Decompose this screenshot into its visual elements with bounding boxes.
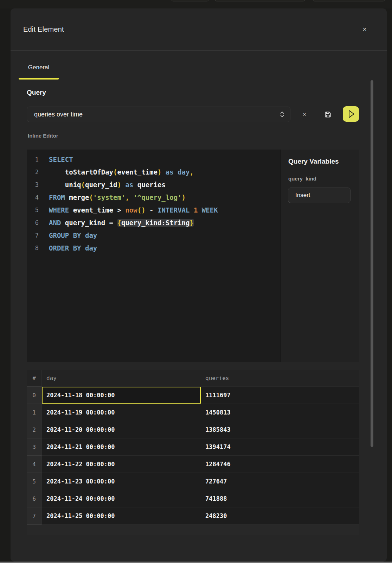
insert-button-label: Insert [295,192,310,199]
day-cell[interactable]: 2024-11-24 00:00:00 [42,490,201,507]
results-table: # day queries 02024-11-18 00:00:00111169… [27,370,359,535]
code-token [113,219,117,227]
code-token [113,206,117,214]
sql-code-editor[interactable]: 1SELECT2 toStartOfDay(event_time) as day… [27,150,280,362]
code-line: 2 toStartOfDay(event_time) as day, [27,166,280,178]
code-token: uniq [65,181,81,189]
column-header-index: # [27,370,42,387]
save-query-button[interactable] [323,110,333,119]
query-variables-heading: Query Variables [288,158,339,165]
code-line-content: ORDER BY day [49,242,97,254]
queries-cell[interactable]: 1394174 [201,438,359,456]
code-line-content: uniq(query_id) as queries [49,178,166,191]
code-token: SELECT [49,156,73,163]
play-icon [343,106,359,122]
code-token: queries [137,181,166,189]
insert-variable-button[interactable]: Insert [288,188,351,203]
code-line: 1SELECT [27,153,280,166]
inline-editor-label: Inline Editor [28,133,58,139]
code-token [121,206,125,214]
row-index-cell: 0 [27,387,42,404]
table-row: 12024-11-19 00:00:001450813 [27,404,359,421]
queries-cell[interactable]: 248230 [201,507,359,525]
code-token: query_kind:String [121,219,189,227]
day-cell[interactable]: 2024-11-23 00:00:00 [42,473,201,490]
code-token: INTERVAL [158,206,194,214]
code-token: WHERE [49,206,73,214]
code-token [146,206,149,214]
code-token: toStartOfDay [65,168,113,176]
table-row: 32024-11-21 00:00:001394174 [27,438,359,456]
column-header-queries: queries [201,370,359,387]
background-toolbar [0,0,392,8]
day-cell[interactable]: 2024-11-18 00:00:00 [42,387,201,404]
queries-cell[interactable]: 727647 [201,473,359,490]
table-row: 72024-11-25 00:00:00248230 [27,507,359,525]
code-token: - [149,206,153,214]
modal-title: Edit Element [23,25,64,33]
floppy-disk-icon [324,110,332,119]
code-token [49,181,65,189]
day-cell[interactable]: 2024-11-22 00:00:00 [42,456,201,473]
code-line: 6AND query_kind = {query_kind:String} [27,216,280,229]
run-query-button[interactable] [343,106,359,122]
toolbar-button-1[interactable] [171,0,209,1]
row-index-cell: 5 [27,473,42,490]
edit-element-modal: Edit Element × General Query queries ove… [11,8,387,562]
code-token [133,181,137,189]
row-index-cell: 7 [27,507,42,525]
code-line-content: SELECT [49,153,73,166]
line-number: 4 [27,191,39,204]
results-table-body: 02024-11-18 00:00:00111169712024-11-19 0… [27,387,359,525]
code-line-content: WHERE event_time > now() - INTERVAL 1 WE… [49,204,218,216]
code-token: { [117,219,121,227]
queries-cell[interactable]: 1450813 [201,404,359,421]
queries-cell[interactable]: 741888 [201,490,359,507]
tab-general[interactable]: General [19,64,59,80]
code-token: = [109,219,113,227]
code-line-content: FROM merge('system', '^query_log') [49,191,186,204]
code-token: ) [158,168,161,176]
row-index-cell: 2 [27,421,42,438]
results-table-footer [27,525,359,535]
day-cell[interactable]: 2024-11-21 00:00:00 [42,438,201,456]
modal-scrollbar-thumb[interactable] [371,80,373,447]
results-table-header: # day queries [27,370,359,387]
toolbar-button-2[interactable] [215,0,305,1]
queries-cell[interactable]: 1385843 [201,421,359,438]
code-token: GROUP BY day [49,232,97,239]
code-token: ORDER BY day [49,244,97,252]
line-number: 2 [27,166,39,178]
day-cell[interactable]: 2024-11-19 00:00:00 [42,404,201,421]
queries-cell[interactable]: 1111697 [201,387,359,404]
close-icon[interactable]: × [359,24,370,34]
code-token: , [125,194,129,201]
day-cell[interactable]: 2024-11-25 00:00:00 [42,507,201,525]
line-number: 1 [27,153,39,166]
table-row: 22024-11-20 00:00:001385843 [27,421,359,438]
code-token [154,206,158,214]
code-token [129,194,133,201]
code-token: event_time [73,206,113,214]
line-number: 7 [27,229,39,242]
queries-cell[interactable]: 1284746 [201,456,359,473]
code-token: WEEK [202,206,218,214]
table-row: 42024-11-22 00:00:001284746 [27,456,359,473]
code-token: } [189,219,193,227]
code-token: as [125,181,133,189]
code-line-content: toStartOfDay(event_time) as day, [49,166,194,178]
day-cell[interactable]: 2024-11-20 00:00:00 [42,421,201,438]
code-token [161,168,165,176]
code-token: 'system' [93,194,126,201]
query-section-heading: Query [27,89,46,96]
code-token: ( [113,168,117,176]
query-select[interactable]: queries over time [27,107,290,122]
row-index-cell: 3 [27,438,42,456]
code-line-content: GROUP BY day [49,229,97,242]
toolbar-button-3[interactable] [313,0,385,1]
code-token: () [137,206,146,214]
clear-query-button[interactable]: × [300,110,309,119]
clear-icon: × [303,111,307,118]
code-token: ) [182,194,186,201]
code-token: event_time [117,168,158,176]
